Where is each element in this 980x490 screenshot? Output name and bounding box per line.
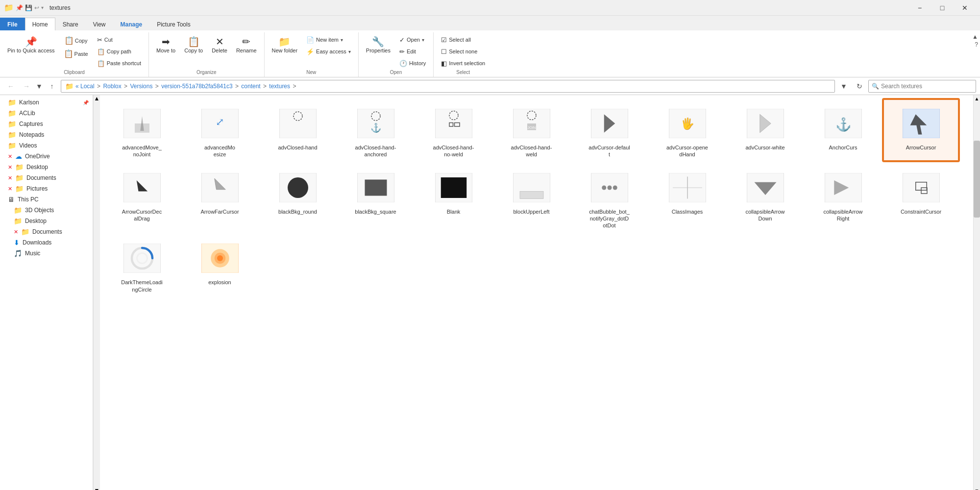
ribbon-help-btn[interactable]: ? [975, 41, 978, 48]
title-bar-expand[interactable]: ▾ [41, 5, 44, 10]
delete-button[interactable]: ✕ Delete [208, 34, 231, 56]
file-item[interactable]: 🖐 advCursor-openedHand [649, 99, 725, 161]
path-content[interactable]: content [241, 83, 260, 90]
sidebar-item-documents-1[interactable]: ✕ 📁 Documents [0, 172, 93, 183]
file-item[interactable]: Blank [416, 163, 491, 232]
rename-button[interactable]: ✏ Rename [233, 34, 260, 56]
quick-access-save[interactable]: 💾 [25, 4, 32, 11]
forward-button[interactable]: → [20, 79, 33, 93]
scroll-thumb[interactable] [974, 141, 980, 218]
file-item[interactable]: ⚓ advClosed-hand-anchored [338, 99, 414, 161]
tab-file[interactable]: File [0, 18, 25, 30]
file-item[interactable]: collapsibleArrowDown [727, 163, 803, 232]
sidebar-scroll-down[interactable]: ▼ [94, 487, 100, 490]
sidebar-item-music[interactable]: 🎵 Music [0, 248, 93, 259]
sidebar-item-karlson[interactable]: 📁 Karlson 📌 [0, 97, 93, 108]
properties-button[interactable]: 🔧 Properties [363, 34, 394, 56]
address-dropdown-button[interactable]: ▼ [837, 79, 851, 93]
scroll-track[interactable] [974, 102, 980, 487]
file-item[interactable]: explosion [182, 234, 258, 296]
file-item[interactable]: advCursor-white [727, 99, 803, 161]
cut-button[interactable]: ✂ Cut [94, 34, 145, 45]
file-item[interactable]: blockUpperLeft [493, 163, 569, 232]
file-item[interactable]: ClassImages [649, 163, 725, 232]
close-button[interactable]: ✕ [954, 0, 976, 16]
file-item[interactable]: ConstraintCursor [883, 163, 959, 232]
app-icon: 📁 [4, 3, 14, 12]
up-button[interactable]: ↑ [45, 79, 59, 93]
file-item[interactable]: advCursor-default [571, 99, 647, 161]
file-item[interactable]: ⤢ advancedMoesize [182, 99, 258, 161]
file-item[interactable]: blackBkg_square [338, 163, 414, 232]
file-item[interactable]: chatBubble_bot_notifyGray_dotDotDot [571, 163, 647, 232]
file-item[interactable]: blackBkg_round [260, 163, 336, 232]
path-versions[interactable]: Versions [130, 83, 152, 90]
path-local[interactable]: « Local [75, 83, 95, 90]
file-item[interactable]: advClosed-hand [260, 99, 336, 161]
path-version-id[interactable]: version-551a78b2fa5841c3 [161, 83, 232, 90]
paste-button[interactable]: 📋 Paste [60, 48, 92, 60]
file-item[interactable]: JOIN advClosed-hand-weld [493, 99, 569, 161]
quick-access-undo[interactable]: ↩ [34, 4, 39, 11]
new-item-expand-icon: ▾ [341, 37, 343, 43]
quick-access-pin[interactable]: 📌 [16, 4, 23, 11]
copy-to-button[interactable]: 📋 Copy to [181, 34, 206, 56]
sidebar-item-3d-objects[interactable]: 📁 3D Objects [0, 205, 93, 216]
tab-manage[interactable]: Manage [113, 18, 150, 30]
sidebar-item-notepads[interactable]: 📁 Notepads [0, 129, 93, 140]
ribbon-collapse-btn[interactable]: ▲ [972, 33, 978, 40]
invert-selection-button[interactable]: ◧ Invert selection [438, 58, 489, 69]
file-thumbnail: ⤢ [196, 104, 245, 143]
file-item[interactable]: collapsibleArrowRight [805, 163, 881, 232]
copy-button[interactable]: 📋 Copy [60, 34, 92, 47]
tab-picture-tools[interactable]: Picture Tools [149, 18, 197, 30]
move-to-button[interactable]: ➡ Move to [153, 34, 179, 56]
file-item[interactable]: advClosed-hand-no-weld [416, 99, 491, 161]
file-item[interactable]: advancedMove_noJoint [104, 99, 180, 161]
file-item[interactable]: ArrowFarCursor [182, 163, 258, 232]
new-folder-button[interactable]: 📁 New folder [269, 34, 301, 56]
tab-home[interactable]: Home [25, 18, 55, 30]
tab-view[interactable]: View [86, 18, 113, 30]
refresh-button[interactable]: ↻ [853, 79, 866, 93]
back-button[interactable]: ← [4, 79, 18, 93]
sidebar-item-captures[interactable]: 📁 Captures [0, 119, 93, 129]
sidebar-item-desktop-2[interactable]: 📁 Desktop [0, 216, 93, 226]
select-none-button[interactable]: ☐ Select none [438, 46, 489, 57]
copy-path-button[interactable]: 📋 Copy path [94, 46, 145, 57]
sidebar-item-videos[interactable]: 📁 Videos [0, 140, 93, 151]
history-button[interactable]: 🕐 History [396, 58, 429, 69]
new-item-button[interactable]: 📄 New item ▾ [303, 34, 354, 45]
sidebar-item-downloads[interactable]: ⬇ Downloads [0, 237, 93, 248]
sidebar-item-onedrive[interactable]: ✕ ☁ OneDrive [0, 151, 93, 162]
file-item[interactable]: ⚓ AnchorCurs [805, 99, 881, 161]
recent-locations-button[interactable]: ▼ [35, 79, 43, 93]
search-input[interactable] [881, 83, 973, 90]
error-icon: ✕ [8, 164, 12, 171]
thumbnail-svg [590, 109, 629, 138]
select-all-button[interactable]: ☑ Select all [438, 34, 489, 45]
sidebar-item-aclib[interactable]: 📁 ACLib [0, 108, 93, 119]
path-textures[interactable]: textures [269, 83, 290, 90]
sidebar-item-pictures[interactable]: ✕ 📁 Pictures [0, 183, 93, 194]
tab-share[interactable]: Share [55, 18, 86, 30]
sidebar-item-this-pc[interactable]: 🖥 This PC [0, 194, 93, 205]
minimize-button[interactable]: − [908, 0, 931, 16]
pin-to-quick-access-button[interactable]: 📌 Pin to Quick access [4, 34, 58, 56]
maximize-button[interactable]: □ [931, 0, 954, 16]
open-button[interactable]: ✓ Open ▾ [396, 34, 429, 45]
sidebar-item-documents-2[interactable]: ✕ 📁 Documents [0, 226, 93, 237]
file-item[interactable]: DarkThemeLoadingCircle [104, 234, 180, 296]
edit-button[interactable]: ✏ Edit [396, 46, 429, 57]
file-item[interactable]: ArrowCursorDecalDrag [104, 163, 180, 232]
path-roblox[interactable]: Roblox [103, 83, 121, 90]
scroll-down-button[interactable]: ▼ [974, 487, 980, 490]
sidebar-item-desktop-1[interactable]: ✕ 📁 Desktop [0, 162, 93, 172]
paste-shortcut-button[interactable]: 📋 Paste shortcut [94, 58, 145, 69]
search-box[interactable]: 🔍 [868, 80, 976, 93]
file-item-arrow-cursor[interactable]: ArrowCursor [883, 99, 959, 161]
address-input[interactable]: 📁 « Local > Roblox > Versions > version-… [61, 80, 835, 93]
easy-access-button[interactable]: ⚡ Easy access ▾ [303, 46, 354, 57]
sidebar-scroll-up[interactable]: ▲ [94, 95, 100, 102]
scroll-up-button[interactable]: ▲ [974, 95, 980, 102]
